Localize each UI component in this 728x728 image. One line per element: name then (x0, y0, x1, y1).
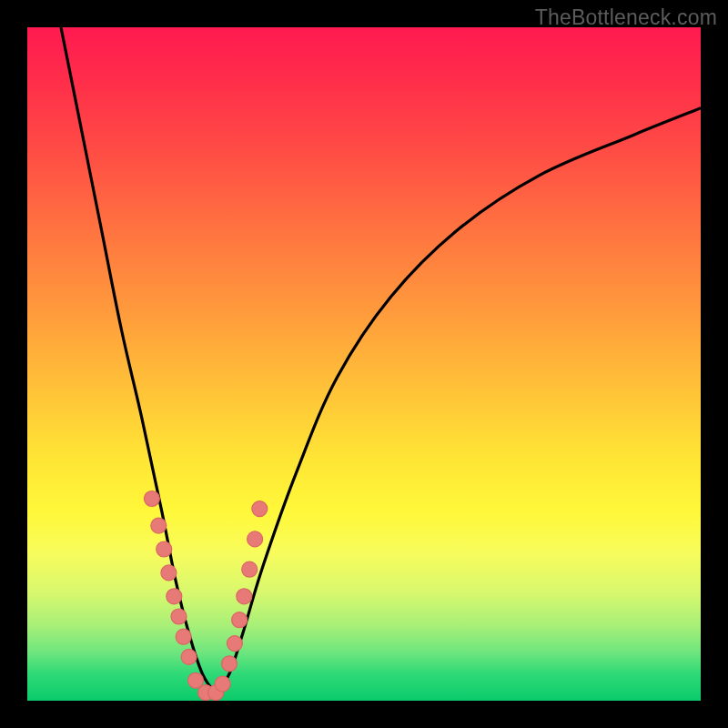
chart-frame: TheBottleneck.com (0, 0, 728, 728)
sample-dot (222, 656, 238, 672)
curves-layer (27, 27, 701, 701)
sample-dot (248, 531, 263, 547)
sample-dot (167, 589, 182, 604)
left-curve (61, 27, 216, 694)
sample-dot (151, 518, 167, 533)
sample-dot (157, 541, 172, 557)
sample-dot (227, 636, 242, 652)
sample-dot (171, 609, 187, 624)
sample-dot (237, 589, 252, 604)
plot-area (27, 27, 701, 701)
sample-dot (242, 561, 258, 577)
sample-dot (161, 565, 177, 581)
sample-dot (181, 649, 197, 664)
sample-dot (215, 676, 230, 692)
sample-dot (144, 491, 159, 507)
right-curve (216, 108, 701, 694)
sample-dot (176, 629, 191, 644)
watermark-text: TheBottleneck.com (535, 5, 717, 30)
sample-dot (252, 501, 268, 517)
sample-dots (144, 491, 267, 701)
sample-dot (232, 612, 248, 628)
